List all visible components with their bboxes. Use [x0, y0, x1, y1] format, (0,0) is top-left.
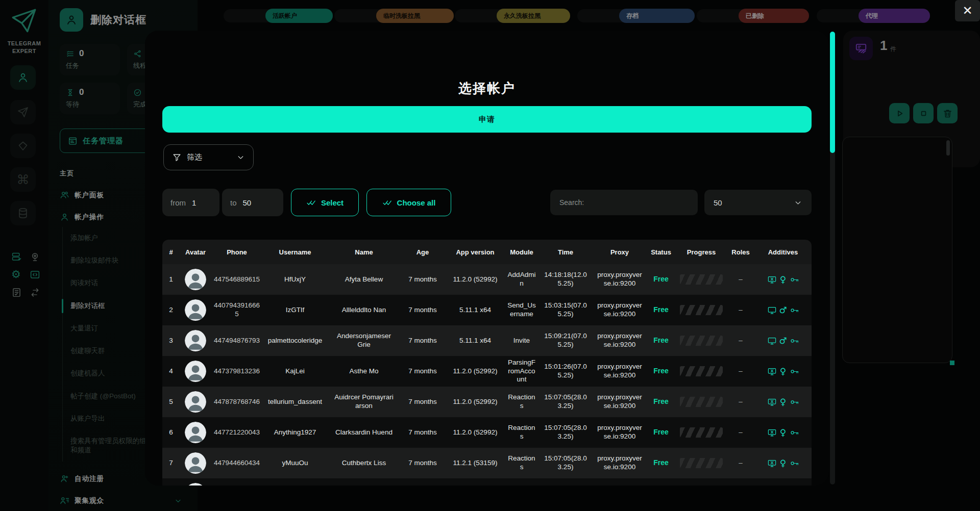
table-row[interactable]: 4447379813236KajLeiAsthe Mo7 months11.2.…	[162, 356, 812, 387]
from-input[interactable]	[191, 198, 211, 208]
table-row[interactable]: 844744650553unsaturationamaReactio15:07:…	[162, 478, 812, 486]
column-header: Name	[328, 248, 400, 256]
table-cell: 7 months	[400, 459, 445, 468]
roles-value: –	[739, 337, 743, 345]
table-cell	[180, 269, 211, 290]
from-field[interactable]: from	[162, 189, 219, 216]
additives-icons: ♀	[767, 367, 799, 376]
to-label: to	[230, 198, 237, 207]
name-value: Asthe Mo	[333, 367, 395, 376]
table-cell	[676, 336, 727, 346]
column-header: App version	[445, 248, 505, 256]
column-header: Username	[262, 248, 328, 256]
table-cell: proxy.proxyverse.io:9200	[593, 332, 646, 349]
table-cell: 7 months	[400, 337, 445, 345]
filter-dropdown[interactable]: 筛选	[163, 144, 254, 170]
table-cell: 447721220043	[211, 428, 262, 437]
module-value: Reactions	[507, 454, 536, 472]
table-cell	[180, 452, 211, 474]
table-cell: Reactions	[505, 393, 538, 411]
device-x-icon	[767, 397, 777, 407]
progress-bar	[680, 305, 723, 315]
name-value: Auidrcer Pomayrariarson	[333, 393, 395, 411]
row-number: 5	[169, 398, 173, 406]
row-number: 1	[169, 275, 173, 284]
table-cell: 7 months	[400, 428, 445, 437]
table-header-row: #AvatarPhoneUsernameNameAgeApp versionMo…	[162, 240, 812, 264]
table-cell: 447878768746	[211, 398, 262, 406]
username-value: Anything1927	[264, 428, 326, 437]
module-value: AddAdmin	[507, 271, 536, 288]
column-header: Status	[646, 248, 676, 256]
page-size-select[interactable]: 50	[704, 190, 812, 215]
username-value: palmettocoleridge	[264, 337, 326, 345]
table-cell	[676, 366, 727, 376]
username-value: KajLei	[264, 367, 326, 376]
column-header: Progress	[676, 248, 727, 256]
search-input[interactable]	[558, 198, 690, 207]
select-button[interactable]: Select	[291, 189, 359, 216]
table-cell: Reactions	[505, 454, 538, 472]
modal-scrollbar-thumb[interactable]	[830, 32, 835, 153]
to-field[interactable]: to	[222, 189, 283, 216]
table-row[interactable]: 5447878768746tellurium_dassentAuidrcer P…	[162, 387, 812, 417]
module-value: Reactions	[507, 424, 536, 441]
table-cell: 447379813236	[211, 367, 262, 376]
table-cell: Free	[646, 458, 676, 468]
female-icon: ♀	[778, 275, 788, 285]
table-cell: 15:07:05(28.03.25)	[538, 393, 593, 411]
status-value: Free	[653, 367, 669, 376]
key-icon	[790, 458, 799, 468]
table-cell: 14:18:18(12.05.25)	[538, 271, 593, 288]
proxy-value: proxy.proxyverse.io:9200	[596, 301, 643, 319]
table-row[interactable]: 3447494876793palmettocoleridgeAndersonja…	[162, 325, 812, 356]
key-icon	[790, 275, 799, 285]
close-icon: ✕	[962, 4, 972, 18]
time-value: 15:07:05(28.03.25)	[542, 393, 589, 411]
table-cell: 4	[162, 367, 180, 376]
table-cell	[180, 299, 211, 321]
table-cell	[180, 391, 211, 413]
table-row[interactable]: 24407943916665IzGTIfAlllelddlto Nan7 mon…	[162, 295, 812, 325]
filter-icon	[172, 152, 182, 162]
search-field[interactable]	[550, 190, 698, 215]
table-cell: proxy.proxyverse.io:9200	[593, 454, 646, 472]
status-value: Free	[653, 305, 669, 315]
table-cell	[676, 397, 727, 407]
table-cell: 1	[162, 275, 180, 284]
table-cell: proxy.proxyverse.io:9200	[593, 301, 646, 319]
avatar	[185, 422, 206, 443]
apply-button[interactable]: 申请	[162, 106, 812, 133]
modal-scrollbar[interactable]	[830, 32, 835, 484]
progress-bar	[680, 366, 723, 376]
age-value: 7 months	[408, 367, 437, 376]
table-cell: Free	[646, 336, 676, 345]
to-input[interactable]	[242, 198, 262, 208]
time-value: 15:03:15(07.05.25)	[542, 301, 589, 319]
additives-icons: ♀	[767, 428, 799, 438]
chevron-down-icon	[794, 198, 802, 207]
table-cell: 5.11.1 x64	[445, 306, 505, 315]
table-cell: 15:07:05(28.03.25)	[538, 424, 593, 441]
table-cell: 11.2.0 (52992)	[445, 398, 505, 406]
table-row[interactable]: 6447721220043Anything1927Clarksardin Hue…	[162, 417, 812, 448]
table-row[interactable]: 1447546889615HfUxjYAfyta Bellew7 months1…	[162, 264, 812, 295]
male-icon: ♂	[778, 305, 788, 315]
key-icon	[790, 336, 799, 346]
time-value: 15:07:05(28.03.25)	[542, 424, 589, 441]
table-cell: 11.2.0 (52992)	[445, 275, 505, 284]
table-cell: ParsingFromAccount	[505, 359, 538, 385]
table-cell: 3	[162, 337, 180, 345]
close-button[interactable]: ✕	[955, 0, 980, 21]
proxy-value: proxy.proxyverse.io:9200	[596, 454, 643, 472]
choose-all-button[interactable]: Choose all	[366, 189, 451, 216]
table-row[interactable]: 7447944660434yMuuOuCuthbertx Liss7 month…	[162, 448, 812, 478]
age-value: 7 months	[408, 428, 437, 437]
time-value: 15:07:05(28.03.25)	[542, 454, 589, 472]
phone-value: 447379813236	[213, 367, 261, 376]
device-icon	[767, 336, 777, 346]
table-cell: –	[727, 459, 754, 468]
table-cell: –	[727, 337, 754, 345]
row-number: 2	[169, 306, 173, 315]
key-icon	[790, 428, 799, 438]
